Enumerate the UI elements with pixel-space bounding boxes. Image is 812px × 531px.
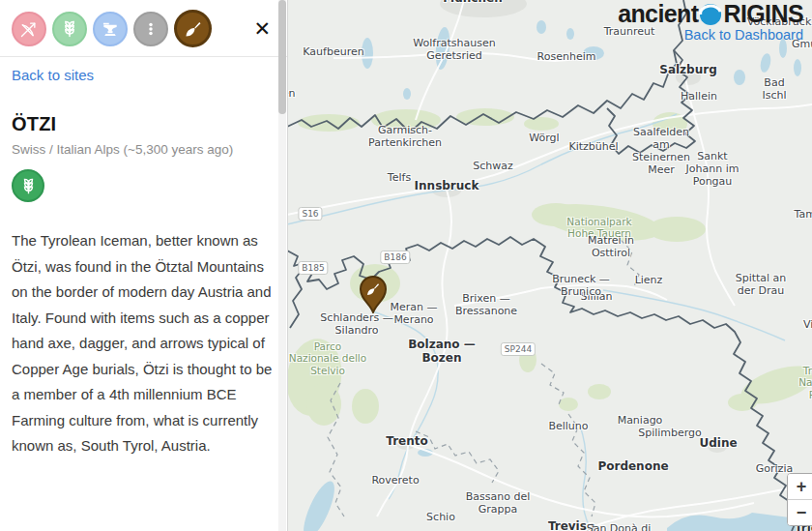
map-label: Meran — Merano xyxy=(391,302,438,327)
road-badge: SP244 xyxy=(501,342,536,356)
zoom-control: + − xyxy=(787,473,812,526)
app: MünchenKemptenKaufbeurenWolfratshausen G… xyxy=(0,0,812,531)
map-label: Belluno xyxy=(548,421,588,433)
map-label: Triglav National Park xyxy=(798,365,812,400)
map-label: Sankt Johann im Pongau xyxy=(686,151,740,189)
road-badge: B186 xyxy=(380,251,410,264)
zoom-out-button[interactable]: − xyxy=(788,500,812,525)
map-label: Bassano del Grappa xyxy=(466,491,531,516)
map-label: Rosenheim xyxy=(537,51,596,64)
filter-hunting-button[interactable] xyxy=(12,12,46,46)
map-label: Saalfelden am Steinernen Meer xyxy=(632,127,690,177)
map-label: Trento xyxy=(386,434,427,448)
map-label: Lienz xyxy=(635,275,663,287)
map-label: Telfs xyxy=(388,172,411,185)
map-label: Bolzano — Bozen xyxy=(408,338,476,365)
farming-category-badge xyxy=(12,169,44,202)
filter-farming-button[interactable] xyxy=(52,12,87,46)
map-label: Pordenone xyxy=(597,459,668,473)
map-label: Matrei in Osttirol xyxy=(588,235,634,260)
sidebar-scrollbar xyxy=(278,0,286,531)
map-label: Tamsweg xyxy=(795,209,812,221)
map-label: Kitzbühel xyxy=(568,141,618,154)
map-label: Garmisch- Partenkirchen xyxy=(368,125,442,150)
filter-metalwork-button[interactable] xyxy=(93,12,128,46)
map-label: Udine xyxy=(699,436,737,450)
map-pin-icon xyxy=(358,275,389,313)
filter-more-button[interactable] xyxy=(133,12,168,46)
road-badge: B185 xyxy=(298,261,328,275)
map-label: Schio xyxy=(426,512,455,524)
close-icon[interactable]: ✕ xyxy=(253,18,271,39)
map-label: Salzburg xyxy=(659,63,716,76)
map-label: Bad Ischl xyxy=(756,77,794,103)
map-label: Bruneck — Brunico xyxy=(552,274,610,299)
back-to-sites-link[interactable]: Back to sites xyxy=(12,67,287,83)
map-label: Parco Nazionale dello Stelvio xyxy=(289,340,366,376)
bow-arrow-icon xyxy=(19,19,39,39)
map-label: Hallein xyxy=(681,91,717,103)
back-to-dashboard-link[interactable]: Back to Dashboard xyxy=(618,27,803,43)
wheat-icon xyxy=(60,19,79,39)
anvil-icon xyxy=(101,19,120,39)
map-label: Rovereto xyxy=(371,475,419,487)
map-label: Spilimbergo xyxy=(638,428,702,440)
site-marker-otzi[interactable] xyxy=(358,275,389,313)
map-label: München xyxy=(443,0,502,5)
scrollbar-thumb[interactable] xyxy=(278,0,286,114)
ancient-origins-logo[interactable]: ancient RIGINS xyxy=(618,2,803,26)
road-badge: S16 xyxy=(298,207,322,221)
site-detail-panel: ✕ Back to sites ÖTZI Swiss / Italian Alp… xyxy=(0,0,287,531)
header: ancient RIGINS Back to Dashboard xyxy=(618,2,803,43)
map-label: Villach xyxy=(803,319,812,332)
site-description: The Tyrolean Iceman, better known as Ötz… xyxy=(12,228,274,459)
ellipsis-icon xyxy=(141,19,160,39)
logo-o-icon xyxy=(699,3,722,26)
site-subtitle: Swiss / Italian Alps (~5,300 years ago) xyxy=(12,142,287,157)
filter-row: ✕ xyxy=(0,0,287,57)
map-label: Wörgl xyxy=(529,133,559,145)
map-label: Spittal an der Drau xyxy=(736,273,787,298)
map-label: Innsbruck xyxy=(415,179,479,192)
map-label: Wolfratshausen Geretsried xyxy=(413,38,495,63)
map-label: Kaufbeuren xyxy=(303,46,363,59)
filter-excavation-button[interactable] xyxy=(174,10,212,47)
map-label: Brixen — Bressanone xyxy=(455,293,517,318)
zoom-in-button[interactable]: + xyxy=(788,474,812,500)
wheat-icon xyxy=(19,177,38,195)
map-label: Schwaz xyxy=(473,161,513,173)
logo-text-suffix: RIGINS xyxy=(723,2,803,26)
logo-text-prefix: ancient xyxy=(618,2,698,26)
trowel-icon xyxy=(184,19,203,39)
map-label: Schlanders — Silandro xyxy=(320,312,392,338)
page-title: ÖTZI xyxy=(12,113,287,135)
map-label: San Donà di xyxy=(587,523,652,531)
